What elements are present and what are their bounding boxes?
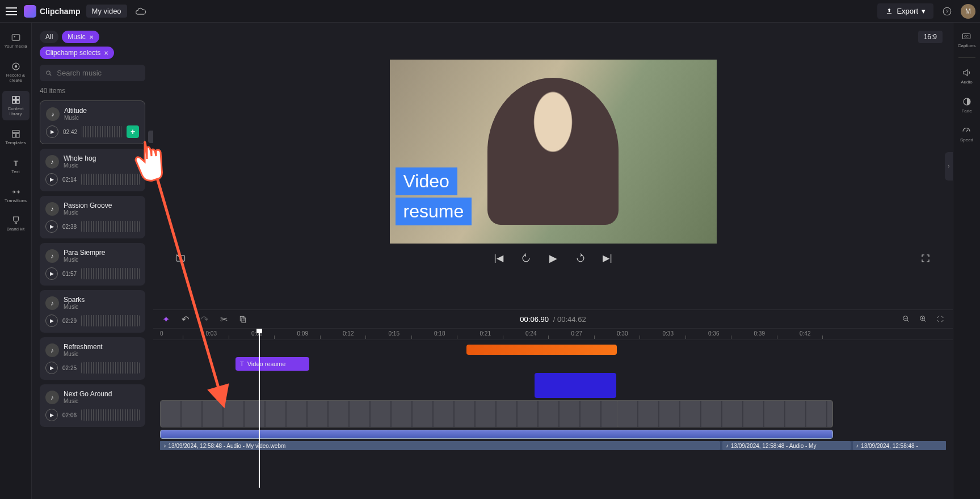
copy-button[interactable] (237, 313, 249, 325)
preview-frame[interactable]: Video resume (390, 60, 717, 244)
rail-content-library[interactable]: Content library (2, 91, 30, 120)
split-button[interactable]: ✂ (218, 313, 229, 325)
skip-back-button[interactable]: |◀ (491, 250, 507, 266)
play-button[interactable]: ▶ (45, 220, 58, 233)
brand-logo-icon (24, 5, 36, 18)
rail-text[interactable]: TText (2, 154, 30, 178)
text-clip[interactable]: TVideo resume (235, 357, 309, 371)
captions-icon: CC (961, 31, 972, 42)
chip-music[interactable]: Music✕ (62, 31, 99, 43)
clip-blue[interactable] (535, 373, 616, 398)
menu-button[interactable] (5, 5, 18, 18)
rail-your-media[interactable]: Your media (2, 28, 30, 53)
play-button[interactable]: ▶ (45, 173, 58, 186)
rail-templates[interactable]: Templates (2, 125, 30, 149)
undo-button[interactable]: ↶ (179, 313, 191, 325)
fullscreen-button[interactable] (918, 250, 933, 266)
export-button[interactable]: Export ▾ (877, 3, 933, 19)
chip-all[interactable]: All (40, 31, 58, 43)
audio-segment-2[interactable]: ♪13/09/2024, 12:58:48 - Audio - My (722, 441, 850, 450)
audio-segment-1[interactable]: ♪13/09/2024, 12:58:48 - Audio - My video… (160, 441, 720, 450)
close-icon[interactable]: ✕ (104, 50, 108, 56)
music-icon: ♪ (45, 155, 59, 169)
brand[interactable]: Clipchamp (24, 5, 81, 18)
rr-fade[interactable]: Fade (959, 94, 975, 116)
svg-rect-17 (242, 318, 246, 322)
svg-text:T: T (13, 158, 18, 167)
chip-clipchamp-selects[interactable]: Clipchamp selects✕ (40, 47, 114, 59)
rail-brand-kit[interactable]: Brand kit (2, 211, 30, 236)
timeline-toolbar: ✦ ↶ ↷ ✂ 00:06.90 / 00:44.62 (153, 309, 953, 329)
magic-button[interactable]: ✦ (160, 313, 171, 325)
cloud-sync-icon[interactable] (133, 3, 149, 19)
rail-transitions[interactable]: Transitions (2, 183, 30, 207)
audio-segment-3[interactable]: ♪13/09/2024, 12:58:48 - (853, 441, 946, 450)
transitions-icon (10, 186, 22, 198)
rail-record-create[interactable]: Record & create (2, 57, 30, 87)
rewind-button[interactable] (518, 250, 534, 266)
skip-forward-button[interactable]: ▶| (600, 250, 616, 266)
top-bar: Clipchamp My video Export ▾ ? M (0, 0, 980, 23)
music-item-whole-hog[interactable]: ♪Whole hogMusic ▶02:14 (40, 149, 145, 191)
music-item-refreshment[interactable]: ♪RefreshmentMusic ▶02:25 (40, 337, 145, 380)
rr-speed[interactable]: Speed (958, 123, 975, 145)
ruler-label: 0:33 (663, 330, 674, 337)
music-item-next-go-around[interactable]: ♪Next Go AroundMusic ▶02:06 (40, 384, 145, 427)
video-clip-2[interactable] (617, 400, 832, 427)
record-icon (10, 61, 22, 72)
music-item-altitude[interactable]: Add to timeline ♪ AltitudeMusic ▶ 02:42 … (40, 100, 145, 144)
waveform (81, 221, 140, 232)
project-name[interactable]: My video (86, 5, 127, 18)
redo-button[interactable]: ↷ (199, 313, 210, 325)
music-icon: ♪ (45, 296, 59, 310)
text-icon: T (240, 360, 244, 367)
music-icon: ♪ (163, 443, 166, 448)
search-box[interactable] (40, 65, 145, 81)
forward-button[interactable] (573, 250, 588, 266)
play-button[interactable]: ▶ (45, 362, 58, 374)
brand-name: Clipchamp (40, 7, 81, 16)
play-button[interactable]: ▶ (45, 409, 58, 421)
ruler-label: 0 (160, 330, 163, 337)
right-rail: CCCaptions Audio Fade Speed (953, 23, 980, 499)
clip-orange[interactable] (466, 345, 617, 355)
music-icon: ♪ (45, 202, 59, 216)
close-icon[interactable]: ✕ (89, 34, 94, 40)
captions-toggle-button[interactable] (173, 250, 188, 266)
preview-video-image: Video resume (390, 60, 717, 244)
svg-rect-7 (16, 97, 19, 99)
svg-rect-12 (16, 133, 19, 137)
aspect-ratio-button[interactable]: 16:9 (918, 31, 943, 43)
svg-text:?: ? (945, 9, 948, 14)
waveform (82, 126, 122, 137)
play-button[interactable]: ▶ (45, 315, 58, 327)
help-button[interactable]: ? (939, 3, 955, 19)
time-display: 00:06.90 / 00:44.62 (520, 315, 586, 324)
collapse-right-button[interactable]: › (945, 152, 953, 181)
svg-rect-10 (12, 131, 19, 133)
music-item-para-siempre[interactable]: ♪Para SiempreMusic ▶01:57 (40, 243, 145, 286)
svg-rect-6 (12, 97, 15, 99)
zoom-out-button[interactable] (901, 313, 912, 325)
timeline[interactable]: ▾ 00:030:060:090:120:150:180:210:240:270… (153, 329, 953, 499)
rr-audio[interactable]: Audio (958, 65, 974, 87)
search-input[interactable] (57, 69, 140, 77)
ruler[interactable]: 00:030:060:090:120:150:180:210:240:270:3… (153, 329, 953, 340)
music-item-sparks[interactable]: ♪SparksMusic ▶02:29 (40, 290, 145, 333)
fit-button[interactable] (935, 313, 946, 325)
play-button[interactable]: ▶ (545, 250, 561, 266)
playhead[interactable] (259, 329, 260, 488)
title-overlay: Video resume (396, 167, 472, 228)
ruler-label: 0:42 (800, 330, 810, 337)
music-item-passion-groove[interactable]: ♪Passion GrooveMusic ▶02:38 (40, 196, 145, 238)
music-icon: ♪ (856, 443, 859, 448)
audio-clip-main[interactable] (160, 430, 833, 439)
tooltip-add-to-timeline: Add to timeline (148, 131, 153, 143)
play-button[interactable]: ▶ (46, 125, 58, 138)
add-to-timeline-button[interactable]: + (127, 125, 139, 138)
zoom-in-button[interactable] (918, 313, 929, 325)
avatar[interactable]: M (961, 4, 975, 19)
play-button[interactable]: ▶ (45, 267, 58, 280)
collapse-left-button[interactable]: ‹ (153, 152, 161, 181)
rr-captions[interactable]: CCCaptions (956, 28, 978, 51)
